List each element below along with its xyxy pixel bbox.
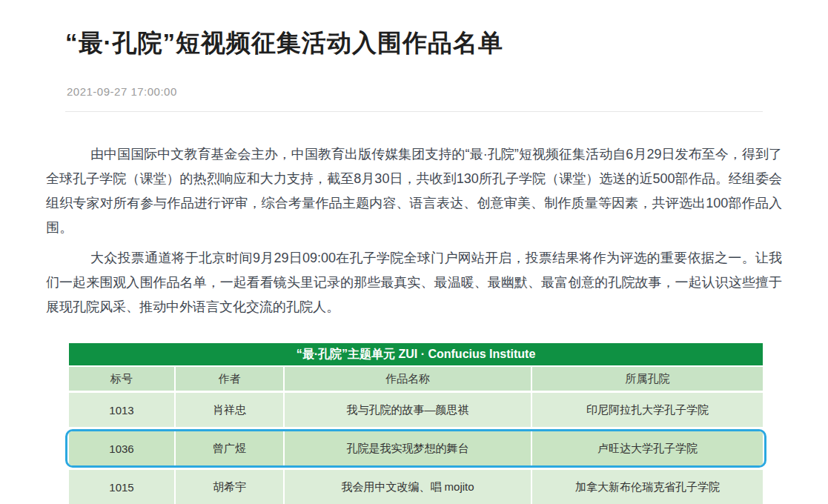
entry-work-title: 孔院是我实现梦想的舞台 [285, 431, 531, 465]
table-header-row: 标号 作者 作品名称 所属孔院 [69, 367, 763, 391]
article-body: 由中国国际中文教育基金会主办，中国教育出版传媒集团支持的“最·孔院”短视频征集活… [46, 142, 782, 319]
entry-work-title: 我与孔院的故事—颜思祺 [285, 393, 531, 427]
entry-id: 1036 [69, 431, 174, 465]
entry-institute: 加拿大新布伦瑞克省孔子学院 [532, 470, 763, 504]
page-title: “最·孔院”短视频征集活动入围作品名单 [65, 27, 763, 60]
entry-id: 1015 [69, 470, 174, 504]
entry-author: 曾广煜 [176, 431, 283, 465]
shortlist-table: “最·孔院”主题单元 ZUI · Confucius Institute 标号 … [69, 343, 763, 504]
table-row: 1015 胡希宇 我会用中文改编、唱 mojito 加拿大新布伦瑞克省孔子学院 [69, 470, 763, 504]
entry-id: 1013 [69, 393, 174, 427]
divider [65, 111, 763, 112]
entry-author: 肖祥忠 [176, 393, 283, 427]
table-row: 1013 肖祥忠 我与孔院的故事—颜思祺 印尼阿拉扎大学孔子学院 [69, 393, 763, 427]
column-header-institute: 所属孔院 [532, 367, 763, 391]
publish-date: 2021-09-27 17:00:00 [67, 85, 761, 98]
entry-institute: 卢旺达大学孔子学院 [532, 431, 763, 465]
highlighted-table-row[interactable]: 1036 曾广煜 孔院是我实现梦想的舞台 卢旺达大学孔子学院 [65, 429, 766, 468]
entry-institute: 印尼阿拉扎大学孔子学院 [532, 393, 763, 427]
paragraph-intro: 由中国国际中文教育基金会主办，中国教育出版传媒集团支持的“最·孔院”短视频征集活… [46, 142, 782, 240]
column-header-author: 作者 [176, 367, 283, 391]
entry-work-title: 我会用中文改编、唱 mojito [285, 470, 531, 504]
entry-author: 胡希宇 [176, 470, 283, 504]
table-banner: “最·孔院”主题单元 ZUI · Confucius Institute [69, 343, 763, 365]
paragraph-voting: 大众投票通道将于北京时间9月29日09:00在孔子学院全球门户网站开启，投票结果… [46, 246, 782, 319]
column-header-id: 标号 [69, 367, 174, 391]
column-header-work-title: 作品名称 [285, 367, 531, 391]
